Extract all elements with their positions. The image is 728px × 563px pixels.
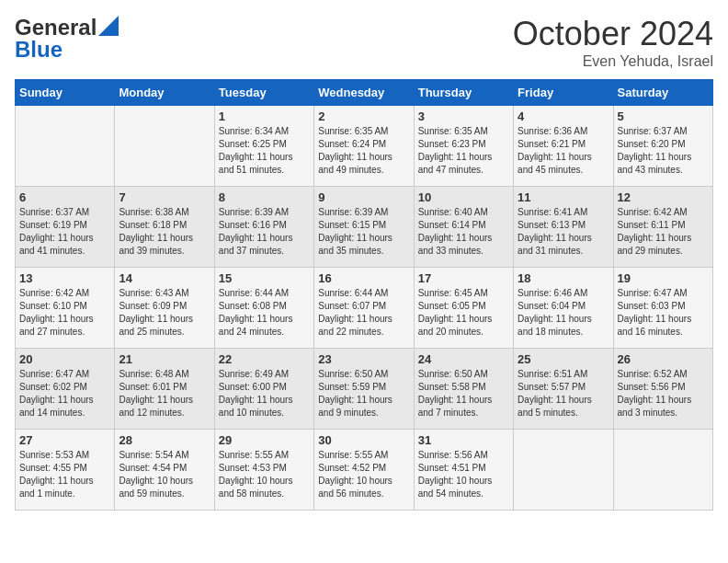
day-info: Sunrise: 6:34 AM Sunset: 6:25 PM Dayligh… [219,125,310,177]
day-info: Sunrise: 6:49 AM Sunset: 6:00 PM Dayligh… [219,368,310,419]
day-number: 20 [19,352,110,366]
day-cell [16,106,115,187]
day-info: Sunrise: 6:41 AM Sunset: 6:13 PM Dayligh… [518,206,609,258]
day-info: Sunrise: 5:56 AM Sunset: 4:51 PM Dayligh… [418,449,509,500]
day-cell: 21Sunrise: 6:48 AM Sunset: 6:01 PM Dayli… [115,349,214,430]
day-info: Sunrise: 6:38 AM Sunset: 6:18 PM Dayligh… [119,206,210,258]
week-row-3: 20Sunrise: 6:47 AM Sunset: 6:02 PM Dayli… [16,349,713,430]
day-number: 18 [518,271,609,285]
header-saturday: Saturday [613,80,712,106]
day-number: 6 [19,190,110,204]
day-cell: 18Sunrise: 6:46 AM Sunset: 6:04 PM Dayli… [514,268,613,349]
day-info: Sunrise: 6:45 AM Sunset: 6:05 PM Dayligh… [418,287,509,339]
day-cell: 10Sunrise: 6:40 AM Sunset: 6:14 PM Dayli… [414,187,513,268]
day-cell: 19Sunrise: 6:47 AM Sunset: 6:03 PM Dayli… [613,268,712,349]
day-cell: 12Sunrise: 6:42 AM Sunset: 6:11 PM Dayli… [613,187,712,268]
day-info: Sunrise: 6:37 AM Sunset: 6:19 PM Dayligh… [19,206,110,258]
day-cell: 22Sunrise: 6:49 AM Sunset: 6:00 PM Dayli… [214,349,313,430]
day-cell: 28Sunrise: 5:54 AM Sunset: 4:54 PM Dayli… [115,430,214,511]
day-number: 26 [618,352,709,366]
day-number: 25 [518,352,609,366]
day-cell: 23Sunrise: 6:50 AM Sunset: 5:59 PM Dayli… [314,349,414,430]
day-number: 29 [219,433,310,447]
day-info: Sunrise: 6:39 AM Sunset: 6:15 PM Dayligh… [318,206,409,258]
day-cell: 31Sunrise: 5:56 AM Sunset: 4:51 PM Dayli… [414,430,513,511]
day-number: 27 [19,433,110,447]
day-number: 24 [418,352,509,366]
day-cell [115,106,214,187]
day-cell: 14Sunrise: 6:43 AM Sunset: 6:09 PM Dayli… [115,268,214,349]
day-number: 16 [318,271,409,285]
week-row-2: 13Sunrise: 6:42 AM Sunset: 6:10 PM Dayli… [16,268,713,349]
day-number: 5 [618,109,709,123]
day-number: 10 [418,190,509,204]
logo-blue: Blue [15,37,63,63]
day-number: 21 [119,352,210,366]
day-cell: 30Sunrise: 5:55 AM Sunset: 4:52 PM Dayli… [314,430,414,511]
day-number: 28 [119,433,210,447]
day-number: 19 [618,271,709,285]
day-cell: 9Sunrise: 6:39 AM Sunset: 6:15 PM Daylig… [314,187,414,268]
month-title: October 2024 [513,15,713,53]
day-info: Sunrise: 5:55 AM Sunset: 4:53 PM Dayligh… [219,449,310,500]
day-info: Sunrise: 5:53 AM Sunset: 4:55 PM Dayligh… [19,449,110,500]
week-row-1: 6Sunrise: 6:37 AM Sunset: 6:19 PM Daylig… [16,187,713,268]
day-cell: 2Sunrise: 6:35 AM Sunset: 6:24 PM Daylig… [314,106,414,187]
day-info: Sunrise: 6:36 AM Sunset: 6:21 PM Dayligh… [518,125,609,177]
day-cell: 4Sunrise: 6:36 AM Sunset: 6:21 PM Daylig… [514,106,613,187]
day-info: Sunrise: 6:47 AM Sunset: 6:02 PM Dayligh… [19,368,110,419]
day-info: Sunrise: 6:42 AM Sunset: 6:10 PM Dayligh… [19,287,110,339]
header-thursday: Thursday [414,80,513,106]
day-number: 31 [418,433,509,447]
day-number: 22 [219,352,310,366]
day-number: 12 [618,190,709,204]
day-cell: 13Sunrise: 6:42 AM Sunset: 6:10 PM Dayli… [16,268,115,349]
day-cell: 5Sunrise: 6:37 AM Sunset: 6:20 PM Daylig… [613,106,712,187]
day-info: Sunrise: 6:46 AM Sunset: 6:04 PM Dayligh… [518,287,609,339]
day-cell [514,430,613,511]
day-cell [613,430,712,511]
day-info: Sunrise: 6:50 AM Sunset: 5:59 PM Dayligh… [318,368,409,419]
day-number: 3 [418,109,509,123]
day-number: 8 [219,190,310,204]
day-number: 2 [318,109,409,123]
day-number: 23 [318,352,409,366]
day-cell: 6Sunrise: 6:37 AM Sunset: 6:19 PM Daylig… [16,187,115,268]
day-cell: 27Sunrise: 5:53 AM Sunset: 4:55 PM Dayli… [16,430,115,511]
day-info: Sunrise: 5:55 AM Sunset: 4:52 PM Dayligh… [318,449,409,500]
day-info: Sunrise: 5:54 AM Sunset: 4:54 PM Dayligh… [119,449,210,500]
day-info: Sunrise: 6:37 AM Sunset: 6:20 PM Dayligh… [618,125,709,177]
header-monday: Monday [115,80,214,106]
day-info: Sunrise: 6:52 AM Sunset: 5:56 PM Dayligh… [618,368,709,419]
day-number: 11 [518,190,609,204]
day-info: Sunrise: 6:44 AM Sunset: 6:08 PM Dayligh… [219,287,310,339]
day-info: Sunrise: 6:44 AM Sunset: 6:07 PM Dayligh… [318,287,409,339]
location-title: Even Yehuda, Israel [513,53,713,70]
day-number: 4 [518,109,609,123]
day-info: Sunrise: 6:40 AM Sunset: 6:14 PM Dayligh… [418,206,509,258]
day-cell: 24Sunrise: 6:50 AM Sunset: 5:58 PM Dayli… [414,349,513,430]
day-cell: 3Sunrise: 6:35 AM Sunset: 6:23 PM Daylig… [414,106,513,187]
svg-marker-0 [98,16,119,36]
day-cell: 25Sunrise: 6:51 AM Sunset: 5:57 PM Dayli… [514,349,613,430]
day-info: Sunrise: 6:39 AM Sunset: 6:16 PM Dayligh… [219,206,310,258]
day-info: Sunrise: 6:35 AM Sunset: 6:24 PM Dayligh… [318,125,409,177]
week-row-0: 1Sunrise: 6:34 AM Sunset: 6:25 PM Daylig… [16,106,713,187]
day-number: 15 [219,271,310,285]
day-number: 30 [318,433,409,447]
day-number: 1 [219,109,310,123]
day-cell: 20Sunrise: 6:47 AM Sunset: 6:02 PM Dayli… [16,349,115,430]
header-wednesday: Wednesday [314,80,414,106]
day-number: 9 [318,190,409,204]
header-tuesday: Tuesday [214,80,313,106]
day-number: 13 [19,271,110,285]
calendar-table: SundayMondayTuesdayWednesdayThursdayFrid… [15,79,713,511]
day-info: Sunrise: 6:43 AM Sunset: 6:09 PM Dayligh… [119,287,210,339]
day-info: Sunrise: 6:42 AM Sunset: 6:11 PM Dayligh… [618,206,709,258]
logo-icon [98,16,119,36]
day-cell: 26Sunrise: 6:52 AM Sunset: 5:56 PM Dayli… [613,349,712,430]
title-block: October 2024 Even Yehuda, Israel [513,15,713,70]
day-cell: 16Sunrise: 6:44 AM Sunset: 6:07 PM Dayli… [314,268,414,349]
day-cell: 15Sunrise: 6:44 AM Sunset: 6:08 PM Dayli… [214,268,313,349]
page-header: General Blue October 2024 Even Yehuda, I… [15,15,713,70]
